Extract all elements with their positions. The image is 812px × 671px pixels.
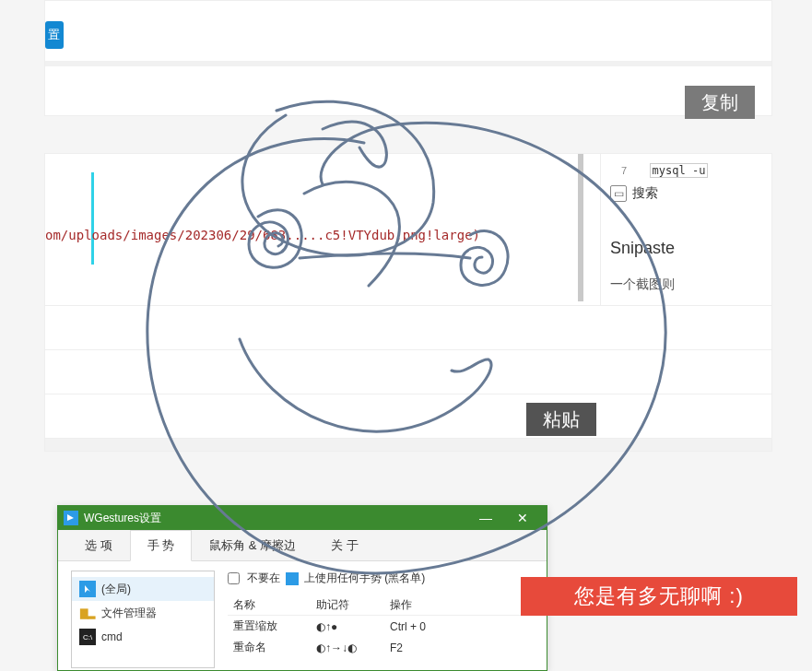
tab-options[interactable]: 选 项 xyxy=(67,530,130,561)
cell-op: F2 xyxy=(384,637,534,658)
window-titlebar[interactable]: WGestures设置 — ✕ xyxy=(58,506,547,530)
app-item-label: cmd xyxy=(101,630,123,643)
app-item-label: (全局) xyxy=(101,582,131,597)
list-item[interactable] xyxy=(45,349,771,394)
wgestures-settings-window: WGestures设置 — ✕ 选 项 手 势 鼠标角 & 摩擦边 关 于 (全… xyxy=(57,505,547,671)
paste-button[interactable]: 粘贴 xyxy=(526,403,596,436)
window-title: WGestures设置 xyxy=(84,511,161,526)
list-rows xyxy=(45,305,771,452)
blacklist-prefix: 不要在 xyxy=(247,571,280,586)
list-item[interactable] xyxy=(45,394,771,438)
table-header-row: 名称 助记符 操作 xyxy=(228,595,534,616)
apps-listbox[interactable]: (全局) ▇▂ 文件管理器 C:\ cmd xyxy=(71,571,215,668)
blacklist-checkbox-row[interactable]: 不要在 上使用任何手势 (黑名单) xyxy=(228,571,534,586)
code-editor-area[interactable]: om/uploads/images/202306/29/683.....c5!V… xyxy=(45,154,583,305)
sidebar-desc: 一个截图则 xyxy=(610,277,762,293)
card-footer xyxy=(45,438,771,452)
preview-sidebar: 7 mysql -u ▭ 搜索 Snipaste 一个截图则 xyxy=(600,154,771,305)
app-item-explorer[interactable]: ▇▂ 文件管理器 xyxy=(72,601,214,625)
col-op[interactable]: 操作 xyxy=(384,595,534,616)
tab-corners[interactable]: 鼠标角 & 摩擦边 xyxy=(192,530,313,561)
blue-action-button[interactable]: 置 xyxy=(45,21,64,49)
mysql-snippet: mysql -u xyxy=(650,163,709,178)
cell-name: 重置缩放 xyxy=(228,616,311,638)
sidebar-title: Snipaste xyxy=(610,239,762,258)
search-row[interactable]: ▭ 搜索 xyxy=(610,185,762,202)
window-close-button[interactable]: ✕ xyxy=(504,506,541,530)
app-item-label: 文件管理器 xyxy=(101,606,157,621)
table-row[interactable]: 重命名 ◐↑→↓◐ F2 xyxy=(228,637,534,658)
card-section-top: 置 复制 xyxy=(44,0,772,116)
app-logo-icon xyxy=(64,511,78,525)
cell-mnemonic: ◐↑→↓◐ xyxy=(311,637,384,658)
card-section-middle: om/uploads/images/202306/29/683.....c5!V… xyxy=(44,153,772,452)
list-item[interactable] xyxy=(45,305,771,349)
cell-mnemonic: ◐↑● xyxy=(311,616,384,638)
scrollbar-vertical[interactable] xyxy=(578,154,583,301)
gesture-details-panel: 不要在 上使用任何手势 (黑名单) 名称 助记符 操作 重置缩放 ◐↑● xyxy=(228,571,534,668)
tab-bar: 选 项 手 势 鼠标角 & 摩擦边 关 于 xyxy=(58,530,547,561)
text-caret xyxy=(91,172,94,265)
terminal-icon: C:\ xyxy=(79,629,96,645)
copy-button[interactable]: 复制 xyxy=(685,86,755,119)
blacklist-suffix: 上使用任何手势 (黑名单) xyxy=(304,571,425,586)
table-row[interactable]: 重置缩放 ◐↑● Ctrl + 0 xyxy=(228,616,534,638)
app-item-global[interactable]: (全局) xyxy=(72,577,214,601)
book-search-icon: ▭ xyxy=(610,185,627,202)
cell-name: 重命名 xyxy=(228,637,311,658)
toast-banner: 您是有多无聊啊 :) xyxy=(521,577,797,616)
window-minimize-button[interactable]: — xyxy=(467,506,504,530)
divider-row xyxy=(45,61,771,66)
tab-gestures[interactable]: 手 势 xyxy=(130,530,193,561)
col-mnemonic[interactable]: 助记符 xyxy=(311,595,384,616)
result-index: 7 xyxy=(621,165,627,176)
gestures-table: 名称 助记符 操作 重置缩放 ◐↑● Ctrl + 0 重命名 ◐↑→↓◐ F2 xyxy=(228,595,534,658)
tab-about[interactable]: 关 于 xyxy=(313,530,376,561)
blacklist-checkbox[interactable] xyxy=(228,572,240,584)
app-icon-placeholder xyxy=(286,572,299,585)
folder-icon: ▇▂ xyxy=(79,605,96,621)
code-text: om/uploads/images/202306/29/683.....c5!V… xyxy=(45,228,480,242)
cursor-icon xyxy=(79,581,96,597)
col-name[interactable]: 名称 xyxy=(228,595,311,616)
cell-op: Ctrl + 0 xyxy=(384,616,534,638)
app-item-cmd[interactable]: C:\ cmd xyxy=(72,625,214,649)
search-label: 搜索 xyxy=(632,185,658,202)
